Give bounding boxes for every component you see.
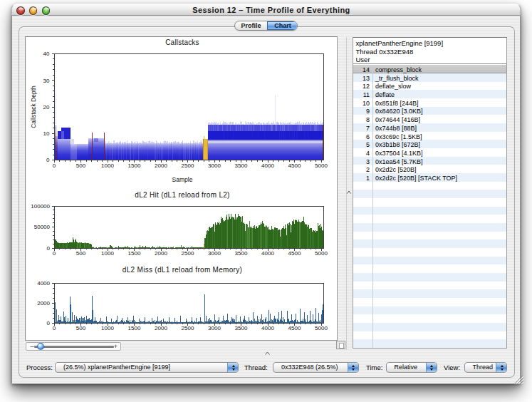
- svg-text:30: 30: [43, 78, 50, 84]
- svg-text:4500: 4500: [288, 250, 301, 257]
- svg-text:0: 0: [47, 320, 51, 326]
- svg-text:0: 0: [53, 325, 56, 331]
- svg-text:4000: 4000: [37, 280, 50, 287]
- svg-text:0: 0: [53, 250, 56, 257]
- svg-text:4000: 4000: [261, 250, 274, 257]
- svg-text:1500: 1500: [128, 325, 141, 331]
- svg-text:0: 0: [46, 157, 50, 163]
- svg-text:3000: 3000: [208, 250, 221, 257]
- svg-text:dL2 Hit (dL1 reload from L2): dL2 Hit (dL1 reload from L2): [135, 191, 229, 199]
- svg-text:2000: 2000: [155, 163, 167, 169]
- svg-text:3500: 3500: [235, 325, 248, 331]
- svg-text:4000: 4000: [261, 325, 274, 331]
- svg-text:3000: 3000: [208, 325, 221, 331]
- svg-text:Callstacks: Callstacks: [165, 38, 199, 46]
- svg-text:2500: 2500: [182, 163, 194, 169]
- svg-text:500: 500: [76, 163, 86, 169]
- svg-text:3500: 3500: [235, 250, 248, 257]
- svg-text:4000: 4000: [261, 163, 274, 169]
- svg-text:0: 0: [53, 163, 56, 169]
- svg-text:5000: 5000: [315, 325, 328, 331]
- svg-text:Callstack Depth: Callstack Depth: [30, 86, 37, 128]
- svg-text:5000: 5000: [315, 163, 328, 169]
- svg-text:500: 500: [76, 250, 86, 257]
- svg-text:2000: 2000: [37, 300, 50, 306]
- svg-text:2500: 2500: [182, 325, 194, 331]
- svg-text:20: 20: [43, 104, 50, 110]
- svg-text:100000: 100000: [31, 203, 50, 210]
- svg-text:3000: 3000: [208, 163, 221, 169]
- svg-text:5000: 5000: [315, 250, 328, 257]
- svg-text:2500: 2500: [182, 250, 194, 257]
- svg-text:1000: 1000: [101, 325, 114, 331]
- svg-text:500: 500: [76, 325, 86, 331]
- svg-text:4500: 4500: [288, 163, 301, 169]
- svg-text:1000: 1000: [101, 163, 114, 169]
- svg-text:2000: 2000: [155, 250, 167, 257]
- svg-text:1500: 1500: [128, 163, 141, 169]
- svg-text:0: 0: [47, 245, 51, 252]
- svg-text:1000: 1000: [101, 250, 114, 257]
- svg-text:4500: 4500: [288, 325, 301, 331]
- svg-text:Sample: Sample: [172, 176, 193, 183]
- svg-text:40: 40: [43, 51, 50, 57]
- svg-text:2000: 2000: [155, 325, 167, 331]
- svg-text:50000: 50000: [34, 224, 51, 230]
- svg-text:10: 10: [43, 130, 50, 137]
- svg-text:dL2 Miss (dL1 reload from Memo: dL2 Miss (dL1 reload from Memory): [122, 266, 242, 274]
- svg-text:1500: 1500: [128, 250, 141, 257]
- svg-text:3500: 3500: [235, 163, 248, 169]
